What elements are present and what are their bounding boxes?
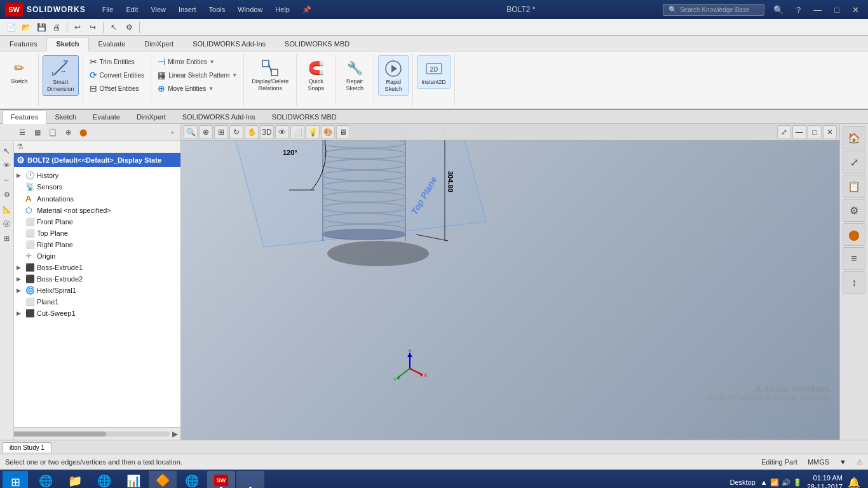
tab-dimxpert[interactable]: DimXpert bbox=[135, 37, 183, 51]
rapid-sketch-button[interactable]: RapidSketch bbox=[378, 55, 409, 96]
tab-mbd[interactable]: SOLIDWORKS MBD bbox=[275, 37, 359, 51]
rs-settings-btn[interactable]: ⚙ bbox=[843, 199, 865, 222]
units-arrow[interactable]: ▼ bbox=[839, 458, 846, 466]
taskbar-chrome[interactable]: 🌐 bbox=[90, 471, 118, 488]
qa-print[interactable]: 🖨 bbox=[50, 20, 64, 34]
taskbar-word[interactable]: W bbox=[236, 471, 264, 488]
menu-pin[interactable]: 📌 bbox=[296, 3, 318, 17]
tree-item-sensors[interactable]: 📡 Sensors bbox=[14, 181, 180, 193]
pt-expand-btn[interactable]: › bbox=[165, 125, 179, 139]
tree-item-material[interactable]: ⬡ Material <not specified> bbox=[14, 205, 180, 216]
titlebar-help-icon[interactable]: ? bbox=[792, 5, 804, 15]
panel-tab-mbd[interactable]: SOLIDWORKS MBD bbox=[264, 110, 345, 123]
rs-expand-btn[interactable]: ⤢ bbox=[843, 151, 865, 173]
tree-item-helix[interactable]: ▶ 🌀 Helix/Spiral1 bbox=[14, 285, 180, 296]
vt-3d-btn[interactable]: 3D bbox=[260, 125, 274, 139]
vt-expand-btn[interactable]: ⤢ bbox=[777, 125, 791, 139]
tab-sketch[interactable]: Sketch bbox=[46, 37, 88, 51]
vt-light-btn[interactable]: 💡 bbox=[306, 125, 320, 139]
maximize-button[interactable]: □ bbox=[831, 5, 843, 15]
offset-entities-button[interactable]: ⊟ Offset Entities bbox=[87, 82, 147, 95]
vt-minimize-btn[interactable]: — bbox=[792, 125, 806, 139]
system-clock[interactable]: 01:19 AM 28-11-2017 bbox=[807, 473, 843, 488]
linear-sketch-button[interactable]: ▦ Linear Sketch Pattern ▼ bbox=[155, 69, 240, 81]
taskbar-vlc[interactable]: 🔶 bbox=[149, 471, 177, 488]
li-eye-btn[interactable]: 👁 bbox=[1, 159, 13, 172]
rs-move-btn[interactable]: ↕ bbox=[843, 271, 865, 294]
qa-open[interactable]: 📂 bbox=[19, 20, 33, 34]
vt-zoom-btn[interactable]: ⊕ bbox=[199, 125, 213, 139]
sim-tab-study1[interactable]: ition Study 1 bbox=[3, 442, 51, 452]
menu-file[interactable]: File bbox=[96, 3, 120, 17]
li-ref-btn[interactable]: Ⓐ bbox=[1, 217, 13, 230]
tree-item-origin[interactable]: ✛ Origin bbox=[14, 250, 180, 262]
rs-home-btn[interactable]: 🏠 bbox=[843, 126, 865, 149]
li-measure-btn[interactable]: 📐 bbox=[1, 203, 13, 215]
minimize-button[interactable]: — bbox=[810, 5, 825, 15]
taskbar-sw[interactable]: SW bbox=[207, 471, 235, 488]
pt-grid-btn[interactable]: ▦ bbox=[31, 125, 44, 139]
taskbar-excel[interactable]: 📊 bbox=[119, 471, 147, 488]
notification-icon[interactable]: 🔔 bbox=[848, 477, 860, 489]
tab-evaluate[interactable]: Evaluate bbox=[89, 37, 135, 51]
li-pointer-btn[interactable]: ↖ bbox=[1, 144, 13, 157]
li-dim-btn[interactable]: ↔ bbox=[1, 173, 13, 186]
move-entities-button[interactable]: ⊕ Move Entities ▼ bbox=[155, 82, 240, 95]
tree-item-boss-extrude1[interactable]: ▶ ⬛ Boss-Extrude1 bbox=[14, 262, 180, 273]
panel-tab-addins[interactable]: SOLIDWORKS Add-Ins bbox=[174, 110, 264, 123]
display-delete-relations-button[interactable]: Display/DeleteRelations bbox=[248, 55, 292, 95]
vt-rotate-btn[interactable]: ↻ bbox=[229, 125, 243, 139]
tree-item-plane1[interactable]: ⬜ Plane1 bbox=[14, 296, 180, 308]
vt-monitor-btn[interactable]: 🖥 bbox=[336, 125, 350, 139]
vt-appearance-btn[interactable]: 🎨 bbox=[321, 125, 335, 139]
qa-options[interactable]: ⚙ bbox=[122, 20, 136, 34]
pt-tree-btn[interactable]: 📋 bbox=[46, 125, 60, 139]
qa-redo[interactable]: ↪ bbox=[86, 20, 100, 34]
li-extra-btn[interactable]: ⊞ bbox=[1, 232, 13, 245]
qa-undo[interactable]: ↩ bbox=[71, 20, 85, 34]
taskbar-file-explorer[interactable]: 📁 bbox=[61, 471, 89, 488]
panel-tab-dimxpert[interactable]: DimXpert bbox=[128, 110, 174, 123]
tree-item-top-plane[interactable]: ⬜ Top Plane bbox=[14, 227, 180, 239]
close-button[interactable]: ✕ bbox=[848, 5, 863, 15]
taskbar-chrome2[interactable]: 🌐 bbox=[178, 471, 206, 488]
qa-new[interactable]: 📄 bbox=[4, 20, 18, 34]
tree-item-annotations[interactable]: A Annotations bbox=[14, 193, 180, 205]
menu-help[interactable]: Help bbox=[269, 3, 296, 17]
trim-entities-button[interactable]: ✂ Trim Entities bbox=[87, 55, 147, 68]
panel-tab-sketch[interactable]: Sketch bbox=[46, 110, 85, 123]
rs-sphere-btn[interactable]: ⬤ bbox=[843, 223, 865, 246]
tray-expand[interactable]: ▲ bbox=[761, 478, 768, 486]
tree-item-boss-extrude2[interactable]: ▶ ⬛ Boss-Extrude2 bbox=[14, 273, 180, 285]
knowledge-base-search[interactable]: 🔍 Search Knowledge Base bbox=[663, 4, 764, 16]
quick-snaps-button[interactable]: 🧲 QuickSnaps bbox=[301, 55, 331, 95]
qa-save[interactable]: 💾 bbox=[34, 20, 48, 34]
vt-search-btn[interactable]: 🔍 bbox=[184, 125, 198, 139]
vt-pan-btn[interactable]: ✋ bbox=[245, 125, 259, 139]
vt-maximize-btn[interactable]: □ bbox=[808, 125, 822, 139]
tree-item-cut-sweep1[interactable]: ▶ ⬛ Cut-Sweep1 bbox=[14, 308, 180, 319]
qa-pointer[interactable]: ↖ bbox=[107, 20, 121, 34]
menu-window[interactable]: Window bbox=[231, 3, 269, 17]
menu-edit[interactable]: Edit bbox=[119, 3, 144, 17]
feature-tree[interactable]: ▶ 🕐 History 📡 Sensors A Annotations ⬡ Ma… bbox=[0, 167, 180, 427]
titlebar-search-icon[interactable]: 🔍 bbox=[770, 5, 787, 15]
taskbar-ie[interactable]: 🌐 bbox=[32, 471, 60, 488]
tree-item-history[interactable]: ▶ 🕐 History bbox=[14, 170, 180, 181]
vt-fit-btn[interactable]: ⊞ bbox=[214, 125, 228, 139]
rs-list-btn[interactable]: ≡ bbox=[843, 247, 865, 270]
tab-addins[interactable]: SOLIDWORKS Add-Ins bbox=[183, 37, 275, 51]
menu-tools[interactable]: Tools bbox=[203, 3, 232, 17]
menu-view[interactable]: View bbox=[144, 3, 172, 17]
viewport[interactable]: 🔍 ⊕ ⊞ ↻ ✋ 3D 👁 ⬜ 💡 🎨 🖥 ⤢ — □ ✕ bbox=[181, 124, 868, 440]
panel-scroll-right[interactable]: ▶ bbox=[172, 430, 178, 438]
menu-insert[interactable]: Insert bbox=[172, 3, 203, 17]
tree-item-right-plane[interactable]: ⬜ Right Plane bbox=[14, 239, 180, 250]
panel-tab-evaluate[interactable]: Evaluate bbox=[85, 110, 128, 123]
tree-item-front-plane[interactable]: ⬜ Front Plane bbox=[14, 216, 180, 227]
pt-crosshair-btn[interactable]: ⊕ bbox=[61, 125, 75, 139]
convert-entities-button[interactable]: ⟳ Convert Entities bbox=[87, 69, 147, 81]
sketch-button[interactable]: ✏ Sketch bbox=[4, 55, 34, 88]
smart-dimension-button[interactable]: ↔ SmartDimension bbox=[43, 55, 79, 96]
rs-layers-btn[interactable]: 📋 bbox=[843, 175, 865, 198]
